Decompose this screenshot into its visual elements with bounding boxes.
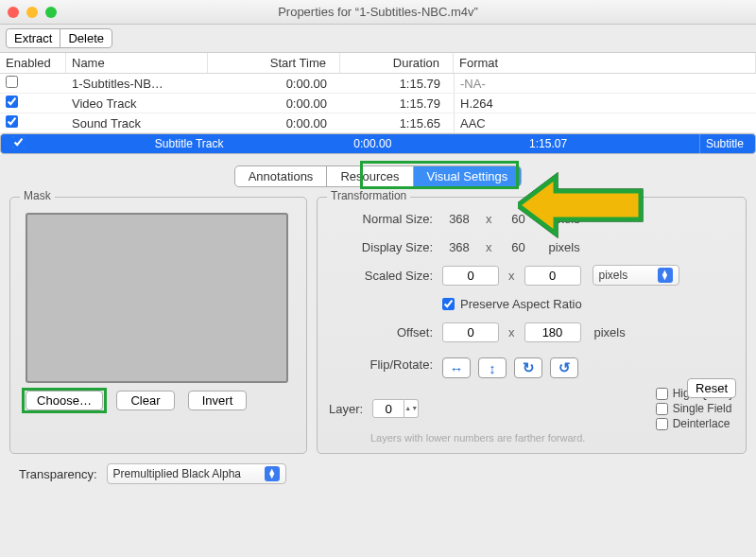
close-window-button[interactable]: [8, 7, 19, 18]
track-format: -NA-: [454, 74, 756, 93]
display-height: 60: [502, 240, 536, 254]
col-duration[interactable]: Duration: [340, 53, 454, 73]
offset-y-input[interactable]: [524, 322, 581, 342]
window-title: Properties for “1-Subtitles-NBC.m4v”: [0, 5, 756, 19]
clear-button[interactable]: Clear: [116, 391, 175, 410]
tab-annotations[interactable]: Annotations: [235, 166, 328, 186]
tracks-table: Enabled Name Start Time Duration Format …: [0, 52, 756, 154]
scaled-width-input[interactable]: [442, 266, 499, 286]
scaled-height-input[interactable]: [524, 266, 581, 286]
x-separator: x: [508, 325, 515, 339]
chevron-updown-icon: ▲▼: [265, 466, 280, 481]
x-separator: x: [486, 240, 492, 254]
track-name: Subtitle Track: [149, 137, 230, 150]
preserve-aspect-checkbox[interactable]: [442, 298, 455, 310]
track-duration: 1:15.79: [340, 96, 454, 111]
window-titlebar: Properties for “1-Subtitles-NBC.m4v”: [0, 0, 756, 25]
preserve-aspect-label: Preserve Aspect Ratio: [460, 297, 582, 311]
zoom-window-button[interactable]: [45, 7, 57, 18]
minimize-window-button[interactable]: [26, 7, 38, 18]
col-start[interactable]: Start Time: [208, 53, 340, 73]
track-duration: 1:15.07: [524, 137, 580, 150]
tab-visual-settings[interactable]: Visual Settings: [414, 166, 522, 186]
unit-select[interactable]: pixels ▲▼: [593, 265, 679, 286]
flip-vertical-button[interactable]: ↕: [478, 357, 507, 378]
display-width: 368: [442, 240, 476, 254]
enabled-checkbox[interactable]: [6, 76, 18, 88]
layer-input[interactable]: [372, 399, 404, 418]
rotate-ccw-button[interactable]: ↺: [550, 357, 578, 378]
track-start: 0:00.00: [208, 116, 340, 131]
choose-button[interactable]: Choose…: [26, 391, 103, 410]
tab-resources[interactable]: Resources: [327, 166, 413, 186]
unit-label: pixels: [549, 240, 580, 254]
scaled-size-label: Scaled Size:: [329, 269, 433, 283]
track-name: 1-Subtitles-NB…: [66, 77, 208, 91]
table-row[interactable]: 1-Subtitles-NB… 0:00.00 1:15.79 -NA-: [0, 74, 756, 94]
table-row[interactable]: Sound Track 0:00.00 1:15.65 AAC: [0, 113, 756, 133]
track-start: 0:00.00: [208, 77, 340, 91]
enabled-checkbox[interactable]: [12, 136, 25, 148]
track-name: Sound Track: [66, 116, 208, 131]
x-separator: x: [508, 269, 515, 283]
layer-hint: Layers with lower numbers are farther fo…: [370, 432, 734, 444]
track-format: AAC: [454, 113, 756, 132]
mask-legend: Mask: [20, 189, 55, 202]
normal-width: 368: [442, 212, 476, 226]
col-enabled[interactable]: Enabled: [0, 53, 66, 73]
mask-preview: [26, 213, 288, 383]
enabled-checkbox[interactable]: [6, 115, 18, 128]
flip-rotate-label: Flip/Rotate:: [329, 357, 433, 372]
transparency-select[interactable]: Premultiplied Black Alpha ▲▼: [107, 463, 286, 484]
transparency-label: Transparency:: [19, 467, 97, 481]
track-name: Video Track: [66, 96, 208, 111]
extract-button[interactable]: Extract: [6, 28, 60, 48]
svg-marker-0: [518, 177, 641, 234]
track-start: 0:00.00: [208, 96, 340, 111]
track-format: Subtitle: [699, 134, 749, 153]
single-field-checkbox[interactable]: [656, 403, 668, 415]
chevron-updown-icon: ▲▼: [658, 268, 673, 283]
track-start: 0:00.00: [348, 137, 404, 150]
invert-button[interactable]: Invert: [188, 391, 247, 410]
table-row-selected[interactable]: Subtitle Track 0:00.00 1:15.07 Subtitle: [0, 133, 756, 154]
mask-panel: Mask Choose… Clear Invert: [9, 197, 307, 454]
transformation-legend: Transformation: [327, 189, 410, 202]
offset-label: Offset:: [329, 325, 433, 339]
delete-button[interactable]: Delete: [60, 28, 112, 48]
col-format[interactable]: Format: [454, 53, 756, 73]
enabled-checkbox[interactable]: [6, 96, 18, 108]
x-separator: x: [486, 212, 492, 226]
stepper-buttons[interactable]: ▲▼: [404, 399, 419, 418]
display-size-label: Display Size:: [329, 240, 433, 254]
layer-label: Layer:: [329, 402, 363, 416]
layer-stepper[interactable]: ▲▼: [372, 399, 419, 418]
high-quality-checkbox[interactable]: [656, 388, 668, 400]
deinterlace-checkbox[interactable]: [656, 418, 668, 430]
track-duration: 1:15.79: [340, 77, 454, 91]
toolbar: Extract Delete: [0, 25, 756, 52]
offset-x-input[interactable]: [442, 322, 499, 342]
table-header: Enabled Name Start Time Duration Format: [0, 53, 756, 74]
table-row[interactable]: Video Track 0:00.00 1:15.79 H.264: [0, 94, 756, 113]
col-name[interactable]: Name: [66, 53, 208, 73]
track-format: H.264: [454, 94, 756, 113]
annotation-arrow: [518, 172, 641, 229]
track-duration: 1:15.65: [340, 116, 454, 131]
unit-label: pixels: [594, 325, 626, 339]
reset-button[interactable]: Reset: [687, 378, 736, 398]
normal-size-label: Normal Size:: [329, 212, 433, 226]
flip-horizontal-button[interactable]: ↔: [442, 357, 471, 378]
rotate-cw-button[interactable]: ↻: [514, 357, 542, 378]
